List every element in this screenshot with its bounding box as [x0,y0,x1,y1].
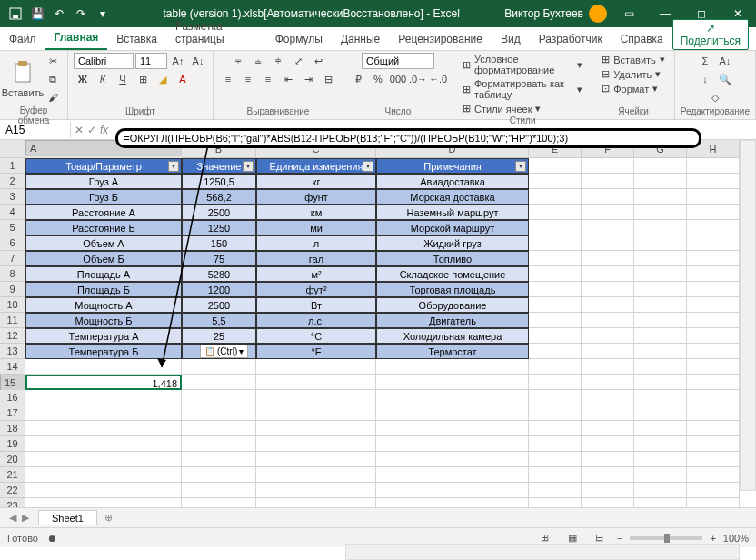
filter-icon[interactable]: ▾ [243,161,254,172]
row-header[interactable]: 10 [0,297,25,313]
paste-button[interactable]: Вставить [5,56,40,102]
row-header[interactable]: 8 [0,266,25,282]
table-cell[interactable]: 5,5 [182,313,256,328]
row-header[interactable]: 7 [0,251,25,266]
table-cell[interactable]: 1250 [182,220,256,235]
table-cell[interactable]: 2500 [182,297,256,313]
table-cell[interactable]: Двигатель [376,313,529,328]
table-cell[interactable]: Площадь Б [25,282,182,297]
tab-file[interactable]: Файл [0,28,45,50]
table-cell[interactable]: км [256,205,376,220]
row-header[interactable]: 2 [0,174,25,189]
table-header[interactable]: Единица измерения▾ [256,158,376,174]
sort-icon[interactable]: A↓ [716,53,734,69]
percent-icon[interactable]: % [369,71,387,87]
comma-icon[interactable]: 000 [389,71,407,87]
sheet-nav-next-icon[interactable]: ▶ [22,512,29,524]
row-header[interactable]: 16 [0,390,25,405]
row-header[interactable]: 15 [0,375,25,391]
table-cell[interactable]: 1250,5 [182,174,256,189]
zoom-level[interactable]: 100% [723,533,749,544]
row-header[interactable]: 9 [0,282,25,297]
row-header[interactable]: 3 [0,189,25,205]
indent-inc-icon[interactable]: ⇥ [299,71,317,87]
tab-home[interactable]: Главная [45,26,108,50]
zoom-slider[interactable] [630,536,702,540]
name-box[interactable]: A15 [0,122,71,138]
table-cell[interactable]: Расстояние Б [25,220,182,235]
row-header[interactable]: 14 [0,359,25,375]
row-header[interactable]: 20 [0,452,25,467]
copy-icon[interactable]: ⧉ [44,71,62,87]
table-cell[interactable]: 150 [182,235,256,251]
row-header[interactable]: 12 [0,328,25,344]
table-cell[interactable]: Морская доставка [376,189,529,205]
table-cell[interactable]: 2500 [182,205,256,220]
row-header[interactable]: 21 [0,467,25,483]
tab-developer[interactable]: Разработчик [530,28,612,50]
horizontal-scrollbar[interactable] [345,544,740,560]
table-cell[interactable]: Расстояние А [25,205,182,220]
row-header[interactable]: 17 [0,405,25,421]
number-format-select[interactable]: Общий [362,53,434,69]
fill-icon[interactable]: ↓ [696,71,714,87]
tab-formulas[interactable]: Формулы [266,28,332,50]
new-sheet-icon[interactable]: ⊕ [97,512,120,524]
vertical-scrollbar[interactable] [740,140,756,491]
cond-format-button[interactable]: ⊞ Условное форматирование ▾ [459,53,586,76]
table-cell[interactable]: Жидкий груз [376,235,529,251]
table-cell[interactable]: Топливо [376,251,529,266]
format-painter-icon[interactable]: 🖌 [44,89,62,105]
delete-cells-button[interactable]: ⊟ Удалить ▾ [598,67,664,81]
merge-icon[interactable]: ⊟ [319,71,337,87]
align-bottom-icon[interactable]: ⫩ [269,53,287,69]
sheet-nav-prev-icon[interactable]: ◀ [9,512,16,524]
format-cells-button[interactable]: ⊡ Формат ▾ [598,82,662,95]
filter-icon[interactable]: ▾ [515,161,526,172]
align-center-icon[interactable]: ≡ [239,71,257,87]
table-cell[interactable]: Площадь А [25,266,182,282]
table-cell[interactable]: 75 [182,251,256,266]
bold-button[interactable]: Ж [74,71,92,87]
enter-formula-icon[interactable]: ✓ [87,124,96,136]
worksheet-grid[interactable]: A B C D E F G H 1 Товар/Параметр▾ Значен… [0,140,756,507]
macro-record-icon[interactable]: ⏺ [47,533,57,544]
table-cell[interactable]: Оборудование [376,297,529,313]
grow-font-icon[interactable]: A↑ [169,53,187,69]
italic-button[interactable]: К [94,71,112,87]
share-button[interactable]: ↗ Поделиться [672,19,749,50]
table-cell[interactable]: 25 [182,328,256,344]
row-header[interactable]: 19 [0,436,25,452]
row-header[interactable]: 13 [0,344,25,359]
paste-options-button[interactable]: 📋 (Ctrl) ▾ [200,345,248,358]
table-cell[interactable]: кг [256,174,376,189]
table-cell[interactable]: ми [256,220,376,235]
underline-button[interactable]: Ч [114,71,132,87]
cut-icon[interactable]: ✂ [44,53,62,69]
row-header[interactable]: 22 [0,483,25,498]
tab-help[interactable]: Справка [612,28,672,50]
tab-data[interactable]: Данные [332,28,389,50]
table-cell[interactable]: Объем А [25,235,182,251]
align-top-icon[interactable]: ⫧ [229,53,247,69]
table-cell[interactable]: Вт [256,297,376,313]
active-cell[interactable]: 1,418 [25,375,182,390]
tab-view[interactable]: Вид [492,28,530,50]
table-cell[interactable]: Температура А [25,328,182,344]
border-icon[interactable]: ⊞ [134,71,152,87]
tab-review[interactable]: Рецензирование [389,28,492,50]
table-cell[interactable]: Мощность А [25,297,182,313]
find-icon[interactable]: 🔍 [716,71,734,87]
table-cell[interactable]: Температура Б [25,344,182,359]
zoom-out-icon[interactable]: − [617,533,622,544]
row-header[interactable]: 6 [0,235,25,251]
format-table-button[interactable]: ⊞ Форматировать как таблицу ▾ [459,77,586,101]
zoom-in-icon[interactable]: + [710,533,715,544]
dec-decimal-icon[interactable]: ←.0 [429,71,447,87]
orientation-icon[interactable]: ⤢ [289,53,307,69]
table-cell[interactable]: Торговая площадь [376,282,529,297]
row-header[interactable]: 18 [0,421,25,436]
table-cell[interactable]: °C [256,328,376,344]
table-cell[interactable]: Морской маршрут [376,220,529,235]
row-header[interactable]: 4 [0,205,25,220]
